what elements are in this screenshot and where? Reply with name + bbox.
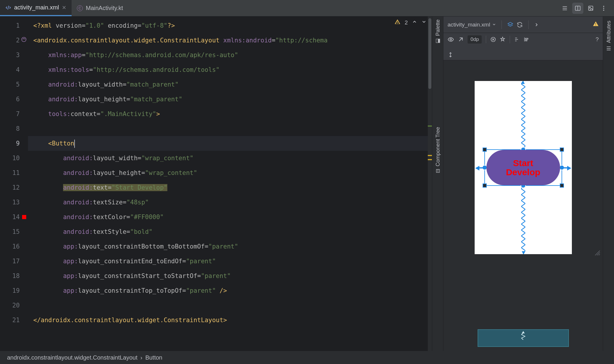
clear-constraints-icon[interactable] [490, 37, 496, 42]
svg-rect-20 [526, 40, 527, 41]
autoconnect-icon[interactable] [458, 36, 464, 43]
close-icon[interactable]: ✕ [62, 4, 66, 11]
svg-point-7 [603, 6, 604, 7]
split-view-icon[interactable] [572, 3, 583, 14]
svg-point-8 [603, 8, 604, 9]
warning-icon[interactable] [593, 21, 599, 28]
line-gutter[interactable]: 1 2 3 4 5 6 7 8 9💡 10 11 12 13 14 15 16 [0, 16, 28, 351]
svg-marker-27 [522, 331, 525, 333]
palette-tab[interactable]: ◧ Palette [435, 19, 441, 44]
orientation-icon[interactable] [516, 21, 523, 28]
xml-file-icon [5, 5, 11, 11]
attributes-rail: ☰ Attributes [603, 16, 614, 351]
tree-icon: ⊟ [435, 169, 441, 173]
constraint-spring-bottom [521, 186, 525, 254]
guidelines-icon[interactable] [448, 52, 453, 58]
tab-activity-main[interactable]: activity_main.xml ✕ [0, 0, 72, 16]
canvas-resize-icon[interactable] [593, 249, 600, 349]
color-swatch-icon[interactable] [22, 215, 26, 219]
design-toolbar: 0dp ? [443, 33, 603, 60]
svg-line-26 [599, 254, 600, 255]
breadcrumb-separator: › [140, 354, 142, 361]
blueprint-strip[interactable] [478, 329, 569, 347]
view-options-icon[interactable] [448, 36, 454, 43]
editor-view-tools [559, 3, 614, 14]
chevron-down-icon [492, 21, 496, 28]
related-file-icon[interactable] [21, 33, 27, 48]
device-frame[interactable]: Start Develop [475, 81, 572, 254]
code-editor[interactable]: 2 1 2 3 4 5 6 7 8 9💡 [0, 16, 432, 351]
svg-point-10 [22, 37, 26, 42]
svg-point-11 [450, 39, 452, 40]
design-surface-icon[interactable] [507, 21, 514, 28]
sliders-icon: ☰ [605, 45, 612, 52]
align-icon[interactable] [524, 37, 529, 42]
scroll-marker [428, 125, 432, 127]
design-view-icon[interactable] [585, 3, 596, 14]
resize-handle-nw[interactable] [483, 148, 487, 152]
code-view-icon[interactable] [559, 3, 570, 14]
scroll-marker [428, 159, 432, 160]
tab-label: activity_main.xml [14, 4, 59, 11]
tab-bar: activity_main.xml ✕ C MainActivity.kt [0, 0, 614, 16]
infer-constraints-icon[interactable] [500, 37, 506, 42]
help-icon[interactable]: ? [595, 36, 599, 43]
component-tree-tab[interactable]: ⊟ Component Tree [435, 127, 441, 173]
tab-label: MainActivity.kt [86, 5, 123, 11]
design-file-selector[interactable]: activity_main.xml [448, 21, 496, 28]
kotlin-class-icon: C [77, 5, 83, 11]
attributes-tab[interactable]: ☰ Attributes [605, 21, 612, 52]
chevron-right-icon[interactable] [534, 22, 539, 27]
svg-point-9 [603, 9, 604, 11]
layout-preview-pane: activity_main.xml 0dp [443, 16, 614, 351]
scrollbar-thumb[interactable] [428, 18, 431, 89]
constraint-spring-top [521, 81, 525, 149]
design-header: activity_main.xml [443, 16, 603, 33]
text-caret [74, 140, 75, 148]
preview-button[interactable]: Start Develop [486, 150, 560, 185]
code-content[interactable]: <?xml version="1.0" encoding="utf-8"?> <… [28, 16, 432, 351]
scroll-marker [428, 155, 432, 156]
more-menu-icon[interactable] [598, 3, 609, 14]
design-canvas[interactable]: Start Develop [443, 60, 603, 351]
svg-rect-19 [526, 38, 528, 39]
pack-icon[interactable] [514, 37, 520, 42]
tool-window-stripe: ◧ Palette ⊟ Component Tree [432, 16, 443, 351]
constraint-arrow-right [567, 166, 571, 171]
palette-icon: ◧ [435, 38, 441, 44]
resize-handle-se[interactable] [560, 183, 564, 188]
svg-rect-5 [589, 6, 593, 10]
resize-handle-ne[interactable] [560, 148, 564, 152]
breadcrumb-item[interactable]: androidx.constraintlayout.widget.Constra… [7, 354, 137, 361]
svg-point-6 [589, 7, 590, 8]
resize-handle-sw[interactable] [483, 183, 487, 188]
breadcrumb[interactable]: androidx.constraintlayout.widget.Constra… [0, 351, 614, 364]
editor-scrollbar[interactable] [428, 16, 432, 351]
breadcrumb-item[interactable]: Button [145, 354, 162, 361]
default-margin[interactable]: 0dp [468, 35, 482, 44]
tab-main-activity[interactable]: C MainActivity.kt [72, 0, 128, 16]
